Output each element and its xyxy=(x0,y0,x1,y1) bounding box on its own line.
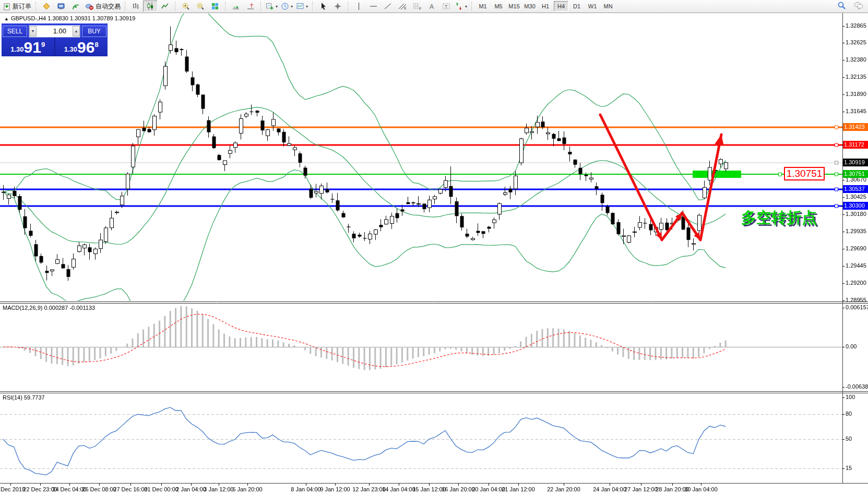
turning-point-annotation[interactable]: 多空转折点 xyxy=(741,208,817,228)
zoom-out-button[interactable] xyxy=(193,1,208,12)
sell-price[interactable]: 1.30919 xyxy=(2,38,54,56)
price-tick-label: 1.29445 xyxy=(846,262,867,269)
new-order-label: 新订单 xyxy=(13,2,31,11)
chart-shift-button[interactable] xyxy=(243,1,258,12)
symbol-header: ▲GBPUSD-,H4 1.30830 1.30931 1.30789 1.30… xyxy=(4,15,135,21)
candlestick-chart-button[interactable] xyxy=(143,1,158,12)
timeframe-button-M5[interactable]: M5 xyxy=(491,1,506,11)
zoom-in-icon xyxy=(182,2,191,10)
chart-canvas[interactable] xyxy=(0,0,868,495)
fibonacci-button[interactable]: F xyxy=(410,1,424,12)
price-tick-label: 1.29935 xyxy=(846,228,867,234)
rsi-axis-label: 80 xyxy=(846,411,867,417)
price-tick-label: 1.32135 xyxy=(846,74,867,80)
vertical-line-button[interactable] xyxy=(351,1,366,12)
lot-spinner: ▼ ▲ xyxy=(29,25,80,38)
autotrade-label: 自动交易 xyxy=(96,2,121,11)
price-tick-label: 1.29200 xyxy=(846,280,867,286)
sell-button[interactable]: SELL xyxy=(3,26,27,37)
text-button[interactable]: A xyxy=(424,1,439,12)
zoom-out-icon xyxy=(196,2,205,10)
svg-text:A: A xyxy=(430,3,434,10)
vertical-line-icon xyxy=(355,2,362,10)
zoom-in-button[interactable] xyxy=(179,1,193,12)
cursor-icon xyxy=(319,2,327,10)
horizontal-line-icon xyxy=(369,2,378,10)
horizontal-line-button[interactable] xyxy=(366,1,381,12)
buy-button[interactable]: BUY xyxy=(82,26,106,37)
gold-button[interactable] xyxy=(39,1,54,12)
macd-axis-label: -0.00638 xyxy=(846,383,867,390)
periods-clock-button[interactable]: ▾ xyxy=(279,1,294,12)
svg-text:F: F xyxy=(419,7,421,10)
templates-icon xyxy=(296,2,305,10)
auto-scroll-button[interactable] xyxy=(229,1,243,12)
line-chart-button[interactable] xyxy=(158,1,172,12)
timeframe-button-D1[interactable]: D1 xyxy=(569,1,584,11)
gold-icon xyxy=(42,2,51,10)
terminal-icon xyxy=(57,2,66,10)
bar-chart-button[interactable] xyxy=(128,1,143,12)
timeframe-button-M30[interactable]: M30 xyxy=(522,1,537,11)
new-order-button[interactable]: 新订单 xyxy=(2,1,33,12)
tile-windows-icon xyxy=(211,2,220,10)
macd-axis-label: 0.00 xyxy=(846,343,867,349)
new-order-icon xyxy=(3,3,11,10)
timeframe-toolbar: M1M5M15M30H1H4D1W1MN xyxy=(473,1,617,12)
time-axis-label: 22 Jan 20:00 xyxy=(540,486,587,492)
text-label-button[interactable]: T xyxy=(439,1,454,12)
price-level-tag: 1.30537 xyxy=(843,185,868,193)
equidistant-channel-button[interactable]: E xyxy=(395,1,410,12)
timeframe-button-H1[interactable]: H1 xyxy=(538,1,553,11)
crosshair-icon xyxy=(334,2,342,10)
templates-button[interactable]: ▾ xyxy=(294,1,310,12)
periods-clock-icon xyxy=(281,2,290,10)
lot-decrease-button[interactable]: ▼ xyxy=(29,26,37,37)
price-tick-label: 1.32865 xyxy=(846,22,867,29)
signals-icon xyxy=(72,2,80,10)
macd-axis-label: 0.006157 xyxy=(846,304,867,310)
collapse-arrow-icon[interactable]: ▲ xyxy=(4,16,9,21)
tile-windows-button[interactable] xyxy=(208,1,222,12)
chat-icon[interactable] xyxy=(853,1,864,10)
price-tick-label: 1.31645 xyxy=(846,108,867,114)
timeframe-button-M15[interactable]: M15 xyxy=(507,1,521,11)
price-tick-label: 1.32625 xyxy=(846,39,867,45)
buy-price[interactable]: 1.30968 xyxy=(55,38,108,56)
timeframe-button-H4[interactable]: H4 xyxy=(554,1,568,11)
price-level-tag: 1.30300 xyxy=(843,202,868,210)
svg-text:E: E xyxy=(404,6,407,10)
autotrade-button[interactable]: 自动交易 xyxy=(83,1,122,12)
search-icon[interactable] xyxy=(837,1,846,10)
rsi-axis-label: 50 xyxy=(846,436,867,442)
indicators-add-button[interactable]: ▾ xyxy=(264,1,279,12)
cursor-button[interactable] xyxy=(316,1,330,12)
lot-input[interactable] xyxy=(37,26,73,37)
rsi-axis-label: 15 xyxy=(846,465,867,471)
crosshair-button[interactable] xyxy=(330,1,345,12)
text-label-icon: T xyxy=(442,2,451,10)
bar-chart-icon xyxy=(132,2,140,10)
line-chart-icon xyxy=(161,2,170,10)
price-level-tag: 1.30751 xyxy=(843,170,868,178)
terminal-button[interactable] xyxy=(54,1,68,12)
text-icon: A xyxy=(428,2,436,10)
lot-increase-button[interactable]: ▲ xyxy=(73,26,80,37)
arrows-button[interactable]: ▾ xyxy=(454,1,469,12)
rsi-axis-label: 100 xyxy=(846,394,867,400)
price-tick-label: 1.32380 xyxy=(846,56,867,63)
main-toolbar: 新订单 自动交易 xyxy=(0,0,868,13)
price-tick-label: 1.30180 xyxy=(846,211,867,217)
timeframe-button-W1[interactable]: W1 xyxy=(585,1,600,11)
indicators-add-icon xyxy=(266,2,275,10)
timeframe-button-MN[interactable]: MN xyxy=(601,1,615,11)
autotrade-cloud-icon xyxy=(85,2,94,10)
timeframe-button-M1[interactable]: M1 xyxy=(475,1,490,11)
trendline-icon xyxy=(384,2,393,10)
price-level-tag: 1.30919 xyxy=(843,159,868,166)
auto-scroll-icon xyxy=(232,2,241,10)
price-tick-label: 1.29690 xyxy=(846,245,867,251)
trendline-button[interactable] xyxy=(381,1,395,12)
price-callout-label[interactable]: 1.30751 xyxy=(784,167,825,180)
signals-button[interactable] xyxy=(68,1,83,12)
